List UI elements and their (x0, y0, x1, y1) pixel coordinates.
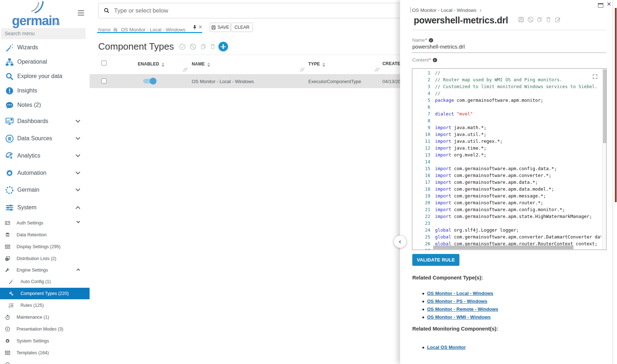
related-type-link[interactable]: OS Monitor - WMI - Windows (427, 314, 491, 320)
clear-filter-button[interactable]: CLEAR (231, 23, 253, 32)
column-header-type[interactable]: TYPE (308, 61, 325, 67)
wand-icon (5, 44, 14, 52)
name-field-value[interactable]: powershell-metrics.drl (412, 44, 465, 50)
select-all-checkbox[interactable] (101, 60, 106, 65)
bullet (422, 309, 424, 310)
chevron-down-icon (76, 170, 80, 174)
scrollbar-thumb[interactable] (615, 8, 617, 202)
bullet (422, 301, 424, 302)
wand-icon (9, 279, 14, 284)
row-checkbox[interactable] (101, 78, 106, 83)
enable-all-icon[interactable] (179, 44, 186, 50)
sidebar-item-distribution-lists-2[interactable]: Distribution Lists (2) (0, 253, 90, 264)
idcard-icon (5, 220, 10, 226)
pin-icon[interactable] (192, 25, 197, 30)
sidebar-item-auto-config-1[interactable]: Auto Config (1) (0, 276, 90, 287)
sidebar-item-insights[interactable]: Insights (0, 85, 90, 96)
dbstack-icon (5, 232, 10, 237)
sidebar-item-partial[interactable] (0, 359, 90, 364)
row-name: OS Monitor - Local - Windows (192, 79, 254, 84)
gear-icon (5, 338, 10, 343)
page-scrollbar[interactable] (613, 0, 617, 364)
listrect-icon (5, 350, 10, 355)
sidebar-item-system[interactable]: System (0, 202, 90, 213)
edit-icon[interactable] (555, 17, 561, 23)
delete-icon[interactable] (210, 44, 216, 50)
add-component-type-button[interactable] (218, 42, 228, 51)
column-resize-handle[interactable] (375, 68, 379, 71)
sidebar-item-notes-2[interactable]: Notes (2) (0, 100, 90, 110)
tasks-icon (9, 303, 14, 308)
gears2-icon (9, 291, 14, 296)
sidebar-item-germain[interactable]: Germain (0, 185, 90, 195)
dashedcircle-icon (5, 186, 14, 194)
column-resize-handle[interactable] (300, 68, 304, 71)
enabled-toggle[interactable] (143, 79, 155, 83)
column-header-name[interactable]: NAME (192, 61, 210, 67)
disable-all-icon[interactable] (190, 44, 196, 50)
alert-icon (5, 87, 14, 95)
sidebar-item-templates-164[interactable]: Templates (164) (0, 347, 90, 359)
divider (412, 30, 606, 30)
validate-rule-button[interactable]: VALIDATE RULE (412, 254, 459, 266)
table-row[interactable]: OS Monitor - Local - Windows ExecutorCom… (90, 74, 400, 88)
sidebar-item-system-settings[interactable]: System Settings (0, 335, 90, 347)
related-type-link[interactable]: OS Monitor - Remote - Windows (427, 306, 498, 312)
content-field-label: Content*i (412, 57, 437, 63)
sidebar-item-wizards[interactable]: Wizards (0, 42, 90, 53)
sidebar-item-dashboards[interactable]: Dashboards (0, 116, 90, 127)
sidebar-item-rules-125[interactable]: Rules (125) (0, 300, 90, 311)
filter-remove-icon[interactable]: ✕ (198, 24, 203, 30)
sort-icon[interactable] (207, 61, 210, 65)
bullet (422, 317, 424, 318)
related-type-link[interactable]: OS Monitor - PS - Windows (427, 299, 487, 304)
fullscreen-icon[interactable] (592, 74, 598, 79)
wrench-icon (5, 268, 10, 273)
sidebar-item-explore-your-data[interactable]: Explore your data (0, 71, 90, 82)
sidebar-search-input[interactable]: Search menu (1, 28, 86, 39)
sidebar-item-operational[interactable]: Operational (0, 56, 90, 67)
column-header-enabled[interactable]: ENABLED (138, 61, 164, 67)
sidebar-item-display-settings-295[interactable]: Display Settings (295) (0, 241, 90, 252)
sort-icon[interactable] (161, 61, 164, 65)
copy-icon[interactable] (200, 44, 206, 50)
sidebar-item-engine-settings[interactable]: Engine Settings (0, 264, 90, 276)
related-type-link[interactable]: OS Monitor - Local - Windows (427, 291, 493, 296)
chevron-down-icon (76, 135, 80, 140)
collapse-panel-button[interactable]: ‹ (394, 236, 406, 248)
breadcrumb[interactable]: OS Monitor - Local - Windows› (412, 7, 481, 13)
info-icon[interactable]: i (429, 38, 433, 42)
bullet (422, 347, 424, 349)
sort-icon[interactable] (322, 61, 325, 65)
code-content[interactable]: //// Router map used by WMI OS and Ping … (435, 69, 601, 250)
search-icon (5, 72, 14, 81)
editor-vertical-scrollbar[interactable] (602, 69, 606, 250)
close-icon[interactable]: ✕ (607, 1, 611, 8)
logo-swoosh (31, 1, 45, 13)
chevron-down-icon (76, 153, 80, 157)
sidebar-item-analytics[interactable]: Analytics (0, 150, 90, 161)
maximize-icon[interactable] (598, 3, 603, 8)
hamburger-menu-icon[interactable] (78, 10, 84, 17)
save-filter-button[interactable]: SAVE (210, 23, 231, 32)
filter-value: OS Monitor - Local - Windows (121, 27, 185, 32)
code-editor[interactable]: 1234567891011121314151617181920212223242… (412, 68, 607, 250)
sidebar-item-data-sources[interactable]: Data Sources (0, 133, 90, 144)
sidebar-item-component-types-220[interactable]: Component Types (220) (0, 288, 90, 299)
sidebar-item-presentation-modes-3[interactable]: Presentation Modes (3) (0, 323, 90, 335)
panel-title: powershell-metrics.drl (414, 15, 508, 26)
sidebar-item-auth-settings[interactable]: Auth Settings (0, 217, 90, 229)
sidebar-item-data-retention[interactable]: Data Retention (0, 229, 90, 241)
disable-icon[interactable] (527, 17, 534, 23)
delete-icon[interactable] (546, 17, 551, 23)
info-icon[interactable]: i (433, 58, 437, 62)
sidebar-item-automation[interactable]: Automation (0, 168, 90, 178)
row-type: ExecutorComponentType (308, 79, 361, 84)
column-resize-handle[interactable] (183, 68, 187, 71)
sidebar-item-maintenance-1[interactable]: Maintenance (1) (0, 311, 90, 323)
related-monitoring-title: Related Monitoring Component(s): (412, 326, 498, 332)
save-icon[interactable] (518, 17, 524, 23)
editor-horizontal-scrollbar[interactable] (433, 246, 573, 249)
copy-icon[interactable] (537, 17, 542, 23)
related-monitoring-link[interactable]: Local OS Monitor (427, 345, 466, 350)
